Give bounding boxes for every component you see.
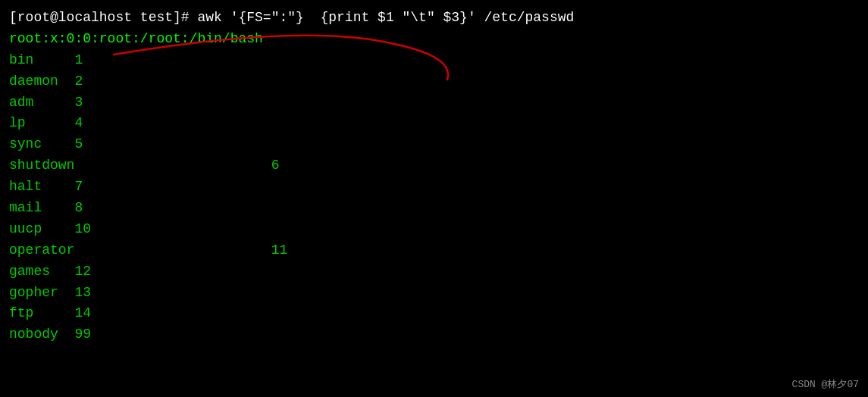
entry-line: operator 11 bbox=[9, 240, 859, 261]
entry-line: sync 5 bbox=[9, 134, 859, 155]
entry-line: daemon 2 bbox=[9, 71, 859, 92]
entries-list: bin 1daemon 2adm 3lp 4sync 5shutdown 6ha… bbox=[9, 50, 859, 345]
entry-line: nobody 99 bbox=[9, 324, 859, 345]
entry-line: games 12 bbox=[9, 261, 859, 283]
entry-line: adm 3 bbox=[9, 92, 859, 114]
terminal-window: [root@localhost test]# awk '{FS=":"} {pr… bbox=[0, 0, 868, 397]
entry-line: bin 1 bbox=[9, 50, 859, 71]
watermark: CSDN @林夕07 bbox=[792, 377, 859, 391]
root-entry-line: root:x:0:0:root:/root:/bin/bash bbox=[9, 29, 859, 50]
command-line: [root@localhost test]# awk '{FS=":"} {pr… bbox=[9, 8, 859, 29]
entry-line: shutdown 6 bbox=[9, 155, 859, 177]
entry-line: lp 4 bbox=[9, 113, 859, 134]
entry-line: gopher 13 bbox=[9, 283, 859, 304]
entry-line: mail 8 bbox=[9, 198, 859, 219]
entry-line: uucp 10 bbox=[9, 219, 859, 240]
entry-line: halt 7 bbox=[9, 177, 859, 198]
entry-line: ftp 14 bbox=[9, 303, 859, 324]
